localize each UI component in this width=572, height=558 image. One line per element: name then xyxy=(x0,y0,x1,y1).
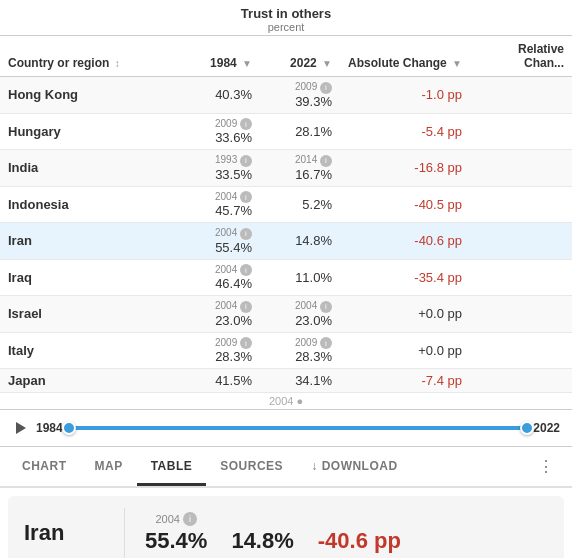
cell-2022: 14.8% xyxy=(260,223,340,260)
cell-abs-change: -7.4 pp xyxy=(340,369,470,393)
highlight-card: Iran 2004 i 55.4% 14.8% -40.6 pp xyxy=(8,496,564,558)
cell-rel-change xyxy=(470,259,572,296)
val-block-abs: -40.6 pp xyxy=(318,514,401,554)
cell-1984: 2009 i28.3% xyxy=(170,332,260,369)
cell-2022: 34.1% xyxy=(260,369,340,393)
cell-country: Japan xyxy=(0,369,170,393)
cell-1984: 40.3% xyxy=(170,77,260,114)
cell-2022: 2009 i39.3% xyxy=(260,77,340,114)
cell-country: Indonesia xyxy=(0,186,170,223)
sort-icon-country[interactable]: ↕ xyxy=(115,58,120,69)
tab-table[interactable]: TABLE xyxy=(137,449,207,486)
cell-abs-change: -16.8 pp xyxy=(340,150,470,187)
slider-track xyxy=(69,426,528,430)
info-icon-1984[interactable]: i xyxy=(183,512,197,526)
column-1984[interactable]: 1984 ▼ xyxy=(170,36,260,77)
cell-country: Hong Kong xyxy=(0,77,170,114)
cell-country: Israel xyxy=(0,296,170,333)
tab-download[interactable]: ↓ DOWNLOAD xyxy=(297,449,412,486)
overflow-hint: 2004 ● xyxy=(0,393,572,409)
slider-thumb-left[interactable] xyxy=(62,421,76,435)
cell-2022: 2009 i28.3% xyxy=(260,332,340,369)
highlight-values: 2004 i 55.4% 14.8% -40.6 pp xyxy=(145,512,401,554)
cell-abs-change: -5.4 pp xyxy=(340,113,470,150)
cell-abs-change: -35.4 pp xyxy=(340,259,470,296)
val-block-1984: 2004 i 55.4% xyxy=(145,512,207,554)
val-block-2022: 14.8% xyxy=(231,514,293,554)
cell-abs-change: -1.0 pp xyxy=(340,77,470,114)
share-button[interactable]: ⋮ xyxy=(528,447,564,486)
column-country[interactable]: Country or region ↕ xyxy=(0,36,170,77)
highlight-abs-change: -40.6 pp xyxy=(318,528,401,554)
cell-country: Hungary xyxy=(0,113,170,150)
cell-country: Iran xyxy=(0,223,170,260)
trust-header: Trust in others percent xyxy=(0,0,572,35)
cell-rel-change xyxy=(470,332,572,369)
cell-rel-change xyxy=(470,223,572,260)
slider-container[interactable] xyxy=(69,418,528,438)
card-divider xyxy=(124,508,125,558)
cell-1984: 2004 i46.4% xyxy=(170,259,260,296)
cell-abs-change: +0.0 pp xyxy=(340,296,470,333)
sort-icon-abs[interactable]: ▼ xyxy=(452,58,462,69)
table-row[interactable]: India1993 i33.5%2014 i16.7%-16.8 pp xyxy=(0,150,572,187)
tab-chart[interactable]: CHART xyxy=(8,449,81,486)
cell-1984: 2004 i45.7% xyxy=(170,186,260,223)
cell-rel-change xyxy=(470,369,572,393)
trust-title: Trust in others xyxy=(4,6,568,21)
column-abs-change[interactable]: Absolute Change ▼ xyxy=(340,36,470,77)
cell-rel-change xyxy=(470,150,572,187)
cell-2022: 11.0% xyxy=(260,259,340,296)
cell-2022: 5.2% xyxy=(260,186,340,223)
table-row[interactable]: Hong Kong40.3%2009 i39.3%-1.0 pp xyxy=(0,77,572,114)
cell-abs-change: -40.6 pp xyxy=(340,223,470,260)
highlight-val-1984: 55.4% xyxy=(145,528,207,554)
table-row[interactable]: Japan41.5%34.1%-7.4 pp xyxy=(0,369,572,393)
sort-icon-1984[interactable]: ▼ xyxy=(242,58,252,69)
play-icon xyxy=(16,422,26,434)
tab-map[interactable]: MAP xyxy=(81,449,137,486)
download-icon: ↓ xyxy=(311,459,318,473)
table-row[interactable]: Indonesia2004 i45.7%5.2%-40.5 pp xyxy=(0,186,572,223)
table-row[interactable]: Israel2004 i23.0%2004 i23.0%+0.0 pp xyxy=(0,296,572,333)
cell-rel-change xyxy=(470,296,572,333)
cell-country: Iraq xyxy=(0,259,170,296)
year-label-1984: 2004 i xyxy=(155,512,196,526)
slider-thumb-right[interactable] xyxy=(520,421,534,435)
cell-1984: 1993 i33.5% xyxy=(170,150,260,187)
cell-country: Italy xyxy=(0,332,170,369)
column-2022[interactable]: 2022 ▼ xyxy=(260,36,340,77)
year-label-abs xyxy=(358,514,361,526)
cell-abs-change: +0.0 pp xyxy=(340,332,470,369)
cell-1984: 2009 i33.6% xyxy=(170,113,260,150)
timeline-slider-row: 1984 2022 xyxy=(0,409,572,447)
share-icon: ⋮ xyxy=(538,457,554,476)
table-row[interactable]: Iran2004 i55.4%14.8%-40.6 pp xyxy=(0,223,572,260)
slider-end-year: 2022 xyxy=(533,421,560,435)
cell-2022: 28.1% xyxy=(260,113,340,150)
highlight-val-2022: 14.8% xyxy=(231,528,293,554)
cell-2022: 2004 i23.0% xyxy=(260,296,340,333)
highlight-country: Iran xyxy=(24,520,104,546)
tab-bar: CHART MAP TABLE SOURCES ↓ DOWNLOAD ⋮ xyxy=(0,447,572,488)
tab-sources[interactable]: SOURCES xyxy=(206,449,297,486)
cell-2022: 2014 i16.7% xyxy=(260,150,340,187)
table-row[interactable]: Hungary2009 i33.6%28.1%-5.4 pp xyxy=(0,113,572,150)
cell-rel-change xyxy=(470,186,572,223)
column-rel-change[interactable]: Relative Chan... xyxy=(470,36,572,77)
cell-abs-change: -40.5 pp xyxy=(340,186,470,223)
year-label-2022 xyxy=(261,514,264,526)
sort-icon-2022[interactable]: ▼ xyxy=(322,58,332,69)
slider-start-year: 1984 xyxy=(36,421,63,435)
cell-1984: 2004 i55.4% xyxy=(170,223,260,260)
cell-rel-change xyxy=(470,113,572,150)
trust-subtitle: percent xyxy=(4,21,568,33)
cell-country: India xyxy=(0,150,170,187)
table-row[interactable]: Iraq2004 i46.4%11.0%-35.4 pp xyxy=(0,259,572,296)
cell-1984: 41.5% xyxy=(170,369,260,393)
table-row[interactable]: Italy2009 i28.3%2009 i28.3%+0.0 pp xyxy=(0,332,572,369)
cell-1984: 2004 i23.0% xyxy=(170,296,260,333)
play-button[interactable] xyxy=(12,419,30,437)
cell-rel-change xyxy=(470,77,572,114)
